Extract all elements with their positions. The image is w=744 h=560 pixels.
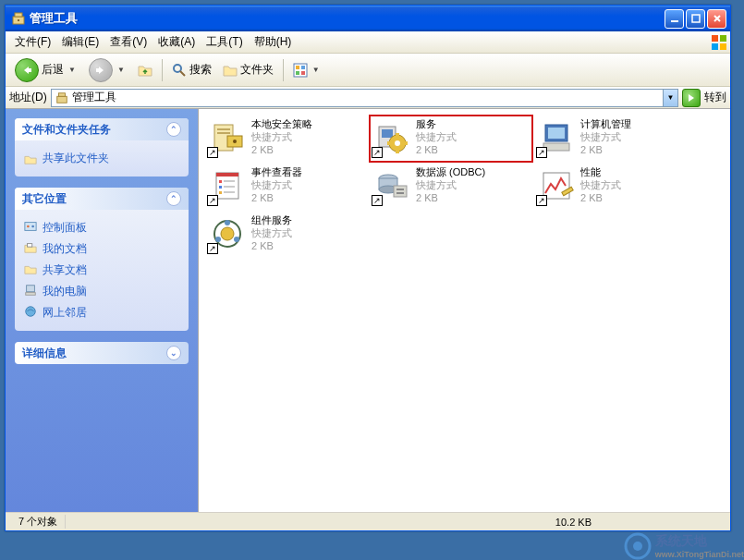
titlebar[interactable]: 管理工具 <box>6 6 730 31</box>
file-name: 数据源 (ODBC) <box>416 165 485 178</box>
tasks-panel-header[interactable]: 文件和文件夹任务 ⌃ <box>15 118 189 140</box>
other-place-link[interactable]: 我的文档 <box>24 238 179 260</box>
svg-point-18 <box>27 225 30 228</box>
other-place-link[interactable]: 我的电脑 <box>24 281 179 302</box>
folders-button[interactable]: 文件夹 <box>219 60 277 79</box>
shortcut-icon: ↗ <box>372 165 412 206</box>
go-label: 转到 <box>704 90 726 105</box>
maximize-button[interactable] <box>686 9 705 29</box>
file-size: 2 KB <box>580 191 621 204</box>
svg-rect-36 <box>404 141 408 145</box>
svg-rect-44 <box>219 191 222 194</box>
other-places-panel: 其它位置 ⌃ 控制面板我的文档共享文档我的电脑网上邻居 <box>15 188 189 331</box>
separator <box>283 59 284 81</box>
chevron-down-icon: ▼ <box>311 66 322 74</box>
other-places-title: 其它位置 <box>22 191 67 207</box>
views-button[interactable]: ▼ <box>289 61 325 79</box>
shortcut-overlay-icon: ↗ <box>207 195 218 206</box>
expand-icon: ⌄ <box>166 346 181 360</box>
svg-rect-39 <box>543 143 569 151</box>
menu-view[interactable]: 查看(V) <box>104 32 152 52</box>
svg-rect-41 <box>216 173 238 177</box>
file-type: 快捷方式 <box>251 178 302 191</box>
shortcut-overlay-icon: ↗ <box>207 243 218 254</box>
file-item[interactable]: ↗性能快捷方式2 KB <box>533 163 698 211</box>
shortcut-icon: ↗ <box>372 117 412 158</box>
file-size: 2 KB <box>416 191 485 204</box>
back-label: 后退 <box>42 62 64 78</box>
file-name: 事件查看器 <box>251 165 302 178</box>
place-label: 网上邻居 <box>43 305 87 321</box>
shortcut-overlay-icon: ↗ <box>536 147 547 158</box>
menu-file[interactable]: 文件(F) <box>9 32 56 52</box>
collapse-icon: ⌃ <box>166 191 181 206</box>
menubar: 文件(F) 编辑(E) 查看(V) 收藏(A) 工具(T) 帮助(H) <box>6 31 730 54</box>
up-button[interactable] <box>134 61 156 79</box>
address-input[interactable]: 管理工具 ▼ <box>51 89 678 107</box>
svg-point-28 <box>233 140 237 143</box>
watermark-url: www.XiTongTianDi.net <box>655 550 744 559</box>
file-name: 性能 <box>580 165 621 178</box>
details-header[interactable]: 详细信息 ⌄ <box>15 342 189 364</box>
watermark: 系统天地 www.XiTongTianDi.net <box>624 532 744 560</box>
file-name: 服务 <box>416 117 457 130</box>
forward-button[interactable]: ▼ <box>85 56 130 84</box>
minimize-button[interactable] <box>665 9 684 29</box>
place-label: 控制面板 <box>43 220 87 236</box>
svg-rect-38 <box>548 128 565 139</box>
file-type: 快捷方式 <box>580 130 631 143</box>
other-place-link[interactable]: 共享文档 <box>24 260 179 281</box>
place-label: 共享文档 <box>43 262 87 278</box>
svg-rect-42 <box>219 180 222 183</box>
shortcut-overlay-icon: ↗ <box>372 147 383 158</box>
address-value: 管理工具 <box>72 90 116 105</box>
svg-rect-14 <box>301 71 305 75</box>
file-item[interactable]: ↗服务快捷方式2 KB <box>369 115 533 163</box>
file-type: 快捷方式 <box>416 178 485 191</box>
chevron-down-icon: ▼ <box>116 66 127 74</box>
menu-edit[interactable]: 编辑(E) <box>56 32 104 52</box>
file-name: 组件服务 <box>251 213 292 226</box>
menu-favorites[interactable]: 收藏(A) <box>152 32 201 52</box>
share-folder-link[interactable]: 共享此文件夹 <box>24 148 179 169</box>
back-button[interactable]: 后退 ▼ <box>11 56 81 84</box>
svg-rect-33 <box>396 133 399 137</box>
file-name: 本地安全策略 <box>251 117 312 130</box>
search-button[interactable]: 搜索 <box>168 60 215 79</box>
file-size: 2 KB <box>416 143 457 156</box>
menu-tools[interactable]: 工具(T) <box>201 32 248 52</box>
menu-help[interactable]: 帮助(H) <box>249 32 298 52</box>
close-button[interactable] <box>707 9 726 29</box>
folders-icon <box>223 63 238 78</box>
file-item[interactable]: ↗数据源 (ODBC)快捷方式2 KB <box>369 163 533 211</box>
other-place-link[interactable]: 控制面板 <box>24 217 179 238</box>
other-place-link[interactable]: 网上邻居 <box>24 302 179 323</box>
go-button[interactable] <box>682 89 701 107</box>
file-type: 快捷方式 <box>580 178 621 191</box>
svg-rect-13 <box>296 71 299 75</box>
svg-rect-22 <box>26 293 36 296</box>
explorer-window: 管理工具 文件(F) 编辑(E) 查看(V) 收藏(A) 工具(T) 帮助(H)… <box>5 5 731 531</box>
file-item[interactable]: ↗组件服务快捷方式2 KB <box>204 211 369 259</box>
admin-tools-icon <box>55 91 68 104</box>
shortcut-icon: ↗ <box>207 165 248 206</box>
file-list[interactable]: ↗本地安全策略快捷方式2 KB↗服务快捷方式2 KB↗计算机管理快捷方式2 KB… <box>198 109 730 512</box>
window-title: 管理工具 <box>30 10 665 27</box>
address-dropdown[interactable]: ▼ <box>663 90 677 106</box>
back-arrow-icon <box>15 58 39 82</box>
address-label: 地址(D) <box>9 90 47 105</box>
addressbar: 地址(D) 管理工具 ▼ 转到 <box>6 87 730 109</box>
svg-rect-3 <box>671 20 678 22</box>
svg-point-9 <box>174 65 181 72</box>
search-icon <box>172 63 187 78</box>
file-item[interactable]: ↗计算机管理快捷方式2 KB <box>533 115 698 163</box>
search-label: 搜索 <box>189 62 212 78</box>
svg-rect-43 <box>219 186 222 189</box>
file-type: 快捷方式 <box>416 130 457 143</box>
file-item[interactable]: ↗本地安全策略快捷方式2 KB <box>204 115 369 163</box>
svg-rect-25 <box>217 128 230 130</box>
file-item[interactable]: ↗事件查看器快捷方式2 KB <box>204 163 369 211</box>
svg-rect-35 <box>387 141 391 145</box>
other-places-header[interactable]: 其它位置 ⌃ <box>15 188 189 210</box>
windows-logo-icon <box>710 33 728 52</box>
